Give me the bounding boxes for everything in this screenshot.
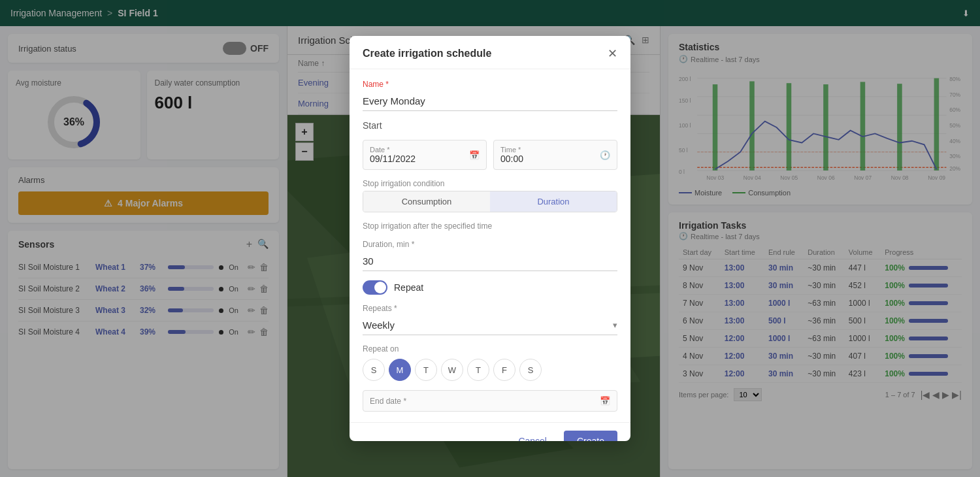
end-date-calendar-icon[interactable]: 📅 — [600, 396, 610, 406]
modal-body: Name * Start Date * 📅 Time * — [350, 69, 630, 422]
repeat-toggle[interactable] — [363, 280, 387, 295]
day-button[interactable]: M — [389, 359, 411, 381]
repeats-select[interactable]: Weekly Daily Monthly — [363, 320, 613, 331]
repeat-on-label: Repeat on — [363, 344, 617, 354]
date-field-label: Date * — [370, 146, 429, 154]
modal-overlay: Create irrigation schedule ✕ Name * Star… — [0, 0, 980, 477]
start-label: Start — [363, 120, 617, 131]
day-button[interactable]: T — [415, 359, 437, 381]
name-field-group: Name * — [363, 80, 617, 111]
stop-condition-label: Stop irrigation condition — [363, 179, 617, 188]
day-button[interactable]: S — [363, 359, 385, 381]
end-date-label: End date * — [370, 397, 406, 406]
stop-condition-toggle: Consumption Duration — [363, 191, 617, 212]
modal-header: Create irrigation schedule ✕ — [350, 36, 630, 69]
name-input[interactable] — [363, 91, 617, 111]
create-button[interactable]: Create — [564, 431, 617, 441]
chevron-down-icon: ▾ — [613, 320, 617, 330]
time-input[interactable] — [500, 154, 553, 164]
repeat-on-group: Repeat on SMTWTFS — [363, 344, 617, 381]
repeats-label: Repeats * — [363, 304, 617, 313]
repeat-row: Repeat — [363, 280, 617, 295]
stop-hint: Stop irrigation after the specified time — [363, 222, 617, 231]
duration-option[interactable]: Duration — [490, 191, 617, 212]
name-label: Name * — [363, 80, 617, 89]
create-schedule-modal: Create irrigation schedule ✕ Name * Star… — [350, 36, 630, 441]
repeats-field-group: Repeats * Weekly Daily Monthly ▾ — [363, 304, 617, 335]
modal-footer: Cancel Create — [350, 422, 630, 441]
date-wrapper: Date * 📅 — [363, 140, 487, 170]
duration-wrapper — [363, 252, 617, 271]
day-button[interactable]: T — [467, 359, 489, 381]
date-input[interactable] — [370, 154, 429, 164]
modal-title: Create irrigation schedule — [363, 48, 491, 59]
repeat-label: Repeat — [394, 282, 423, 293]
cancel-button[interactable]: Cancel — [508, 431, 557, 441]
day-button[interactable]: F — [493, 359, 515, 381]
calendar-icon[interactable]: 📅 — [469, 150, 480, 160]
stop-condition-group: Stop irrigation condition Consumption Du… — [363, 179, 617, 212]
day-button[interactable]: S — [519, 359, 542, 381]
modal-close-button[interactable]: ✕ — [608, 46, 617, 61]
day-buttons: SMTWTFS — [363, 359, 617, 381]
consumption-option[interactable]: Consumption — [363, 191, 490, 212]
end-date-wrapper: End date * 📅 — [363, 390, 617, 412]
time-icon[interactable]: 🕐 — [600, 150, 610, 160]
time-wrapper: Time * 🕐 — [493, 140, 617, 170]
day-button[interactable]: W — [441, 359, 463, 381]
duration-field-group: Duration, min * — [363, 240, 617, 271]
duration-input[interactable] — [363, 255, 617, 267]
date-time-row: Date * 📅 Time * 🕐 — [363, 140, 617, 170]
repeats-select-wrapper: Weekly Daily Monthly ▾ — [363, 316, 617, 335]
time-field-label: Time * — [500, 146, 553, 154]
duration-label: Duration, min * — [363, 240, 617, 249]
